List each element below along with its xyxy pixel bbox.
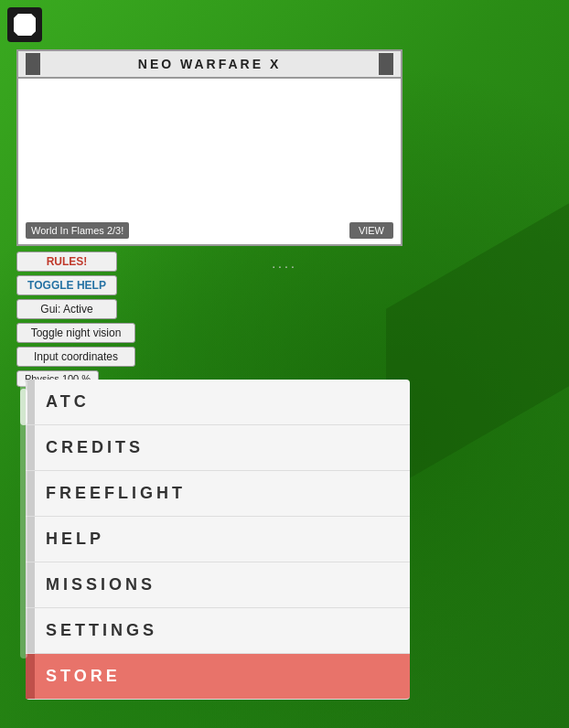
menu-item-store[interactable]: STORE — [26, 654, 410, 700]
menu-label-atc: ATC — [42, 392, 90, 412]
menu-left-bar — [26, 654, 35, 699]
main-menu: ATCCREDITSFREEFLIGHTHELPMISSIONSSETTINGS… — [26, 380, 410, 700]
toggle-help-button[interactable]: TOGGLE HELP — [16, 275, 117, 295]
menu-label-credits: CREDITS — [42, 438, 144, 457]
menu-label-freeflight: FREEFLIGHT — [42, 484, 186, 503]
night-vision-button[interactable]: Toggle night vision — [16, 323, 135, 343]
menu-item-atc[interactable]: ATC — [26, 380, 410, 425]
left-scrollbar[interactable] — [20, 380, 27, 658]
title-bar-left-decoration — [26, 53, 40, 75]
menu-label-help: HELP — [42, 530, 104, 549]
roblox-logo — [14, 14, 36, 36]
game-window: NEO WARFARE X World In Flames 2/3! VIEW — [16, 49, 403, 246]
control-panel: RULES! TOGGLE HELP Gui: Active Toggle ni… — [16, 252, 135, 387]
menu-item-freeflight[interactable]: FREEFLIGHT — [26, 471, 410, 517]
view-button[interactable]: VIEW — [349, 222, 393, 239]
world-label: World In Flames 2/3! — [26, 222, 129, 239]
menu-label-missions: MISSIONS — [42, 575, 156, 594]
gui-button[interactable]: Gui: Active — [16, 299, 117, 319]
menu-item-credits[interactable]: CREDITS — [26, 425, 410, 471]
game-content-area: World In Flames 2/3! VIEW — [16, 79, 403, 246]
menu-item-missions[interactable]: MISSIONS — [26, 562, 410, 608]
rules-button[interactable]: RULES! — [16, 252, 117, 272]
game-footer: World In Flames 2/3! VIEW — [18, 217, 401, 244]
title-bar-right-decoration — [379, 53, 393, 75]
scrollbar-thumb[interactable] — [20, 389, 27, 425]
menu-item-help[interactable]: HELP — [26, 517, 410, 562]
menu-label-settings: SETTINGS — [42, 621, 157, 640]
game-title: NEO WARFARE X — [48, 57, 371, 71]
title-bar: NEO WARFARE X — [16, 49, 403, 79]
roblox-icon — [7, 7, 42, 42]
menu-item-settings[interactable]: SETTINGS — [26, 608, 410, 654]
input-coords-button[interactable]: Input coordinates — [16, 347, 135, 367]
menu-label-store: STORE — [42, 667, 121, 686]
dots-indicator: .... — [272, 256, 297, 271]
